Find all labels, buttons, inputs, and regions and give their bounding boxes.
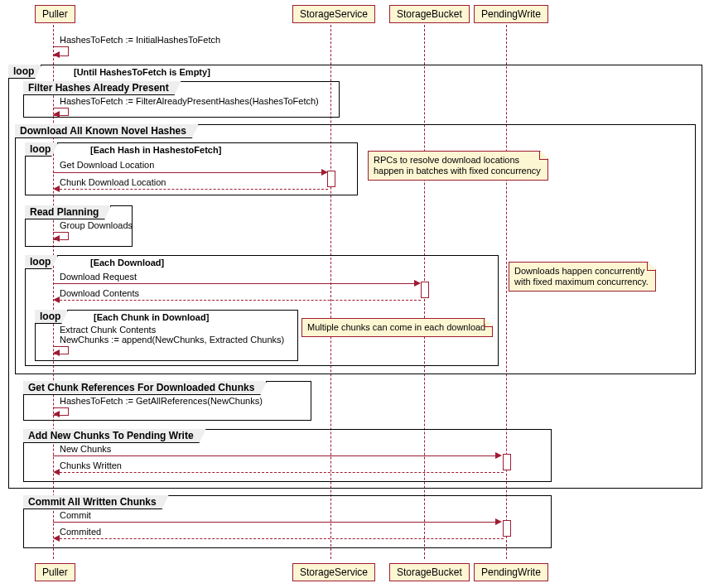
activation-pending-write-2 — [503, 520, 511, 537]
frame-hash-loop-tab: loop — [25, 142, 58, 157]
frame-refs-title: Get Chunk References For Downloaded Chun… — [23, 381, 267, 395]
line-chunk-dl-loc — [60, 189, 328, 190]
msg-get-dl-loc: Get Download Location — [60, 160, 154, 170]
participant-storage-bucket-bottom: StorageBucket — [389, 563, 470, 581]
arrow-dl-req — [414, 280, 421, 287]
note-rpc-l2: happen in batches with fixed concurrency — [374, 166, 541, 176]
participant-storage-service-bottom: StorageService — [292, 563, 375, 581]
msg-chunks-written: Chunks Written — [60, 460, 122, 470]
arrow-chunks-written — [53, 469, 60, 475]
note-multi-text: Multiple chunks can come in each downloa… — [307, 322, 485, 332]
frame-add-title: Add New Chunks To Pending Write — [23, 429, 206, 443]
msg-chunk-dl-loc: Chunk Download Location — [60, 177, 166, 187]
frame-dl-loop-tab: loop — [25, 255, 58, 269]
frame-chunk-loop-tab: loop — [35, 310, 68, 324]
line-new-chunks — [53, 455, 500, 456]
line-committed — [60, 538, 504, 539]
participant-puller-bottom: Puller — [35, 563, 75, 581]
frame-dl-novel-title: Download All Known Novel Hashes — [15, 124, 199, 138]
participant-pending-write-top: PendingWrite — [474, 5, 548, 23]
note-dl-l2: with fixed maximum concurrency. — [514, 277, 649, 287]
msg-dl-req: Download Request — [60, 272, 137, 282]
frame-commit-title: Commit All Written Chunks — [23, 495, 169, 509]
msg-filter: HashesToFetch := FilterAlreadyPresentHas… — [60, 96, 319, 106]
arrow-refs — [53, 411, 60, 417]
note-dl: Downloads happen concurrently with fixed… — [509, 262, 656, 292]
activation-storage-service — [327, 171, 335, 187]
participant-storage-service-top: StorageService — [292, 5, 375, 23]
sequence-diagram: Puller StorageService StorageBucket Pend… — [0, 0, 709, 588]
note-dl-l1: Downloads happen concurrently — [514, 266, 644, 276]
arrow-dl-cont — [53, 296, 60, 303]
msg-dl-cont: Download Contents — [60, 288, 139, 298]
frame-chunk-loop-guard: [Each Chunk in Download] — [94, 311, 209, 324]
note-multi: Multiple chunks can come in each downloa… — [301, 318, 493, 337]
arrow-initial — [53, 51, 60, 58]
msg-commit: Commit — [60, 510, 91, 520]
arrow-new-chunks — [495, 452, 502, 459]
note-rpc-l1: RPCs to resolve download locations — [374, 155, 519, 165]
msg-extract-l2: NewChunks := append(NewChunks, Extracted… — [60, 335, 284, 345]
activation-storage-bucket — [421, 282, 429, 298]
msg-extract-l1: Extract Chunk Contents — [60, 325, 156, 335]
msg-committed: Commited — [60, 527, 101, 537]
frame-filter-title: Filter Hashes Already Present — [23, 81, 181, 95]
frame-hash-loop-guard: [Each Hash in HashestoFetch] — [90, 143, 221, 157]
msg-refs: HashesToFetch := GetAllReferences(NewChu… — [60, 396, 263, 406]
arrow-chunk-dl-loc — [53, 186, 60, 192]
participant-storage-bucket-top: StorageBucket — [389, 5, 470, 23]
participant-pending-write-bottom: PendingWrite — [474, 563, 548, 581]
participant-puller-top: Puller — [35, 5, 75, 23]
msg-group-dl: Group Downloads — [60, 220, 133, 230]
frame-dl-loop-guard: [Each Download] — [90, 256, 164, 269]
arrow-committed — [53, 535, 60, 542]
frame-main-loop-guard: [Until HashesToFetch is Empty] — [74, 65, 210, 79]
activation-pending-write-1 — [503, 454, 511, 470]
line-chunks-written — [60, 472, 504, 473]
line-dl-cont — [60, 300, 421, 301]
arrow-extract — [53, 349, 60, 356]
line-dl-req — [53, 283, 419, 284]
line-commit — [53, 522, 500, 523]
frame-read-plan-title: Read Planning — [25, 205, 111, 219]
arrow-filter — [53, 111, 60, 118]
frame-main-loop-tab: loop — [8, 65, 41, 79]
arrow-commit — [495, 518, 502, 525]
msg-new-chunks: New Chunks — [60, 444, 111, 454]
note-rpc: RPCs to resolve download locations happe… — [368, 151, 548, 181]
line-get-dl-loc — [53, 172, 326, 173]
arrow-group-dl — [53, 235, 60, 242]
msg-initial: HashesToFetch := InitialHashesToFetch — [60, 35, 220, 45]
